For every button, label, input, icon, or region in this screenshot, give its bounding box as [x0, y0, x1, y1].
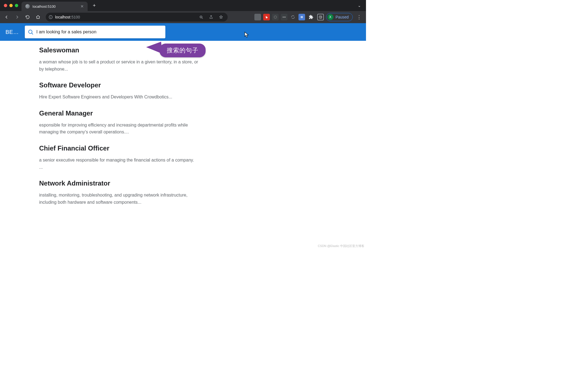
svg-line-9 [276, 16, 276, 17]
result-desc: installing, monitoring, troubleshooting,… [39, 192, 198, 206]
star-icon [219, 15, 223, 19]
reload-icon [25, 15, 30, 20]
search-input[interactable] [36, 26, 163, 38]
result-title: Network Administrator [39, 179, 198, 187]
chevron-down-icon: ⌄ [358, 3, 361, 8]
result-item[interactable]: Chief Financial Officer a senior executi… [39, 144, 198, 171]
arrow-left-icon [4, 15, 9, 20]
profile-label: Paused [336, 15, 349, 19]
arrow-right-icon [15, 15, 20, 20]
extension-icon[interactable] [263, 14, 270, 20]
puzzle-icon [309, 15, 314, 20]
spinner-icon [273, 15, 277, 19]
window-controls [4, 4, 18, 7]
result-title: Chief Financial Officer [39, 144, 198, 152]
url-port: :5100 [70, 15, 80, 19]
search-results: Saleswoman a woman whose job is to sell … [0, 41, 198, 206]
close-icon[interactable]: ✕ [80, 4, 84, 8]
result-desc: a woman whose job is to sell a product o… [39, 58, 198, 73]
url-host: localhost [55, 15, 70, 19]
reload-button[interactable] [24, 13, 31, 21]
svg-line-8 [274, 18, 274, 18]
profile-button[interactable]: X Paused [326, 13, 353, 21]
globe-icon [25, 4, 30, 9]
new-tab-button[interactable]: + [90, 2, 98, 9]
back-button[interactable] [3, 13, 10, 21]
site-info-button[interactable] [49, 15, 53, 19]
tab-strip: localhost:5100 ✕ + ⌄ [0, 0, 366, 11]
browser-tab[interactable]: localhost:5100 ✕ [21, 2, 88, 11]
annotation-callout: 搜索的句子 [160, 44, 206, 57]
url-text: localhost:5100 [55, 15, 80, 19]
kebab-icon: ⋮ [357, 14, 362, 20]
result-item[interactable]: Software Developer Hire Expert Software … [39, 81, 198, 101]
result-item[interactable]: General Manager esponsible for improving… [39, 109, 198, 136]
search-box[interactable] [25, 26, 165, 38]
result-item[interactable]: Network Administrator installing, monito… [39, 179, 198, 206]
bookmark-button[interactable] [217, 13, 225, 21]
home-icon [36, 15, 41, 20]
result-title: Software Developer [39, 81, 198, 89]
watermark: CSDN @Elastic 中国社区官方博客 [318, 244, 364, 248]
browser-chrome: localhost:5100 ✕ + ⌄ localhost:5100 [0, 0, 366, 23]
forward-button[interactable] [13, 13, 21, 21]
search-icon [28, 29, 34, 35]
result-desc: a senior executive responsible for manag… [39, 157, 198, 171]
browser-toolbar: localhost:5100 ⋯ [0, 11, 366, 23]
avatar: X [327, 14, 333, 20]
info-icon [49, 15, 53, 19]
svg-line-13 [32, 33, 33, 34]
window-maximize-button[interactable] [15, 4, 18, 7]
svg-rect-10 [319, 16, 322, 18]
home-button[interactable] [34, 13, 42, 21]
result-title: General Manager [39, 109, 198, 117]
result-desc: esponsible for improving efficiency and … [39, 122, 198, 136]
extension-icon[interactable] [298, 14, 305, 20]
tabs-dropdown-button[interactable]: ⌄ [358, 3, 361, 8]
extensions-row: ⋯ X Paused ⋮ [232, 13, 363, 21]
tab-title: localhost:5100 [33, 4, 78, 9]
window-close-button[interactable] [4, 4, 7, 7]
hand-icon [265, 15, 268, 19]
extension-icon[interactable] [254, 14, 261, 20]
app-header: BER... [0, 23, 366, 41]
result-desc: Hire Expert Software Engineers and Devel… [39, 93, 198, 101]
app-brand: BER... [6, 29, 20, 35]
side-panel-button[interactable] [317, 14, 324, 20]
share-button[interactable] [207, 13, 215, 21]
browser-menu-button[interactable]: ⋮ [357, 14, 362, 20]
extension-icon[interactable] [290, 14, 296, 20]
svg-line-7 [276, 18, 276, 18]
address-bar[interactable]: localhost:5100 [46, 13, 228, 22]
svg-line-6 [274, 16, 274, 17]
panel-icon [319, 15, 322, 19]
share-icon [209, 15, 213, 19]
lines-icon [300, 15, 303, 19]
callout-text: 搜索的句子 [167, 47, 198, 54]
sync-icon [291, 15, 295, 19]
extensions-button[interactable] [307, 13, 315, 21]
zoom-out-button[interactable] [197, 13, 205, 21]
extension-icon[interactable]: ⋯ [281, 14, 287, 20]
zoom-out-icon [199, 15, 203, 19]
extension-icon[interactable] [272, 14, 279, 20]
window-minimize-button[interactable] [9, 4, 13, 7]
